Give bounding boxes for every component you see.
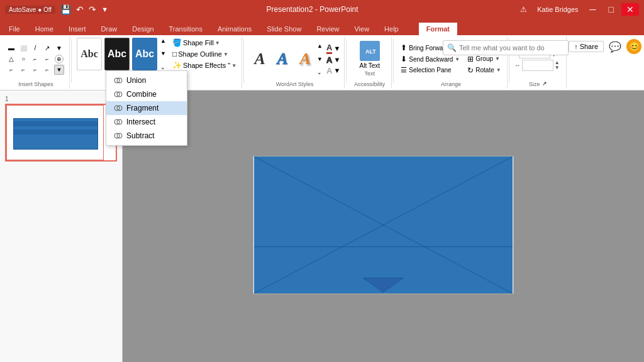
tab-insert[interactable]: Insert — [61, 23, 94, 35]
tab-review[interactable]: Review — [309, 23, 347, 35]
alt-text-sublabel: Text — [365, 70, 375, 77]
shape-icon-more[interactable]: ▼ — [54, 43, 64, 53]
sep-4 — [393, 39, 394, 83]
wordart-a-orange[interactable]: A — [294, 43, 316, 75]
outline-icon: □ — [172, 50, 177, 58]
redo-icon[interactable]: ↷ — [89, 4, 96, 14]
shape-icon-right[interactable]: ⌐ — [42, 54, 52, 64]
combine-icon — [114, 90, 123, 99]
main-canvas-area — [123, 90, 644, 362]
size-expand-icon[interactable]: ↗ — [542, 80, 547, 87]
rotate-arrow[interactable]: ▼ — [496, 67, 501, 73]
tab-transitions[interactable]: Transitions — [162, 23, 210, 35]
menu-item-subtract[interactable]: Subtract — [106, 129, 187, 143]
shape-style-plain[interactable]: Abc — [77, 38, 102, 70]
slide-thumb-1[interactable] — [5, 104, 117, 162]
width-input[interactable] — [522, 60, 553, 71]
text-fill-btn[interactable]: A ▼ — [326, 43, 340, 54]
menu-item-combine[interactable]: Combine — [106, 87, 187, 101]
selection-pane-btn[interactable]: ☰ Selection Pane — [399, 65, 462, 75]
arrange-label: Arrange — [441, 80, 461, 87]
tab-design[interactable]: Design — [125, 23, 161, 35]
tab-view[interactable]: View — [347, 23, 377, 35]
autosave-status[interactable]: AutoSave ● Off — [5, 6, 55, 14]
fill-dropdown-arrow[interactable]: ▼ — [215, 40, 220, 46]
tab-format[interactable]: Format — [419, 23, 457, 35]
text-outline-btn[interactable]: A ▼ — [326, 55, 340, 65]
tab-animations[interactable]: Animations — [210, 23, 259, 35]
merge-shapes-icon[interactable]: ⊕ — [55, 55, 64, 63]
group-arrow[interactable]: ▼ — [495, 56, 500, 62]
shape-icon-l[interactable]: ⌐ — [30, 54, 40, 64]
tab-draw[interactable]: Draw — [94, 23, 125, 35]
width-down[interactable]: ▼ — [555, 65, 562, 70]
shape-icon-s3[interactable]: ⌐ — [30, 65, 40, 75]
accessibility-label: Accessibility — [354, 80, 385, 87]
shape-icon-merge[interactable]: ⊕ — [54, 54, 64, 64]
shape-icon-line[interactable]: / — [30, 43, 40, 53]
menu-item-union[interactable]: Union — [106, 74, 187, 87]
shape-icon-rect[interactable]: ▬ — [6, 43, 16, 53]
shape-icon-triangle[interactable]: △ — [6, 54, 16, 64]
styles-scroll-up[interactable]: ▲ — [160, 38, 166, 44]
send-backward-btn[interactable]: ⬇ Send Backward ▼ — [399, 54, 462, 64]
tab-help[interactable]: Help — [377, 23, 406, 35]
close-button[interactable]: ✕ — [621, 3, 639, 16]
effects-icon: ✨ — [172, 61, 182, 70]
shape-icon-s2[interactable]: ⌐ — [18, 65, 28, 75]
share-button[interactable]: ↑ Share — [569, 41, 604, 52]
ribbon-right-area: ↑ Share 💬 😊 — [569, 39, 641, 54]
shape-effects-btn[interactable]: ✨ Shape Effects " ▼ — [171, 60, 238, 70]
wordart-expand[interactable]: ⌄ — [317, 69, 323, 75]
undo-icon[interactable]: ↶ — [76, 4, 84, 14]
slide-canvas[interactable] — [253, 156, 514, 294]
quick-access-icon[interactable]: ▼ — [101, 6, 108, 13]
comments-icon[interactable]: 💬 — [609, 41, 621, 53]
search-input[interactable] — [459, 44, 560, 52]
union-icon — [114, 76, 123, 85]
shape-options-col: 🪣 Shape Fill ▼ □ Shape Outline ▼ ✨ Shape… — [171, 38, 238, 70]
text-effects-btn[interactable]: A ▼ — [326, 66, 340, 75]
access-content: ALT Alt Text Text — [357, 38, 382, 80]
minimize-button[interactable]: ─ — [585, 3, 601, 16]
ribbon-search-bar[interactable]: 🔍 — [443, 40, 569, 55]
wordart-a-plain[interactable]: A — [249, 43, 270, 75]
save-icon[interactable]: 💾 — [60, 4, 71, 14]
effects-dropdown-arrow[interactable]: ▼ — [231, 63, 236, 69]
slide-number-label: 1 — [5, 96, 117, 102]
shape-fill-btn[interactable]: 🪣 Shape Fill ▼ — [171, 38, 238, 48]
sep-2 — [243, 39, 244, 83]
restore-button[interactable]: □ — [604, 3, 619, 16]
wordart-scroll-down[interactable]: ▼ — [317, 56, 323, 62]
styles-scroll-down[interactable]: ▼ — [160, 50, 166, 57]
shape-outline-btn[interactable]: □ Shape Outline ▼ — [171, 49, 238, 59]
shape-style-dark[interactable]: Abc — [104, 38, 130, 70]
svg-text:ALT: ALT — [365, 48, 376, 55]
width-row: ↔ ▲ ▼ — [514, 60, 562, 71]
search-icon: 🔍 — [447, 43, 457, 52]
shape-style-themed[interactable]: Abc — [132, 38, 157, 70]
shape-icon-s1[interactable]: ⌐ — [6, 65, 16, 75]
tab-slideshow[interactable]: Slide Show — [259, 23, 309, 35]
outline-dropdown-arrow[interactable]: ▼ — [223, 52, 228, 57]
user-avatar[interactable]: 😊 — [626, 39, 641, 54]
tab-home[interactable]: Home — [28, 23, 61, 35]
shape-icon-s4[interactable]: ⌐ — [42, 65, 52, 75]
styles-expand[interactable]: ⌄ — [160, 64, 166, 70]
wordart-scroll-up[interactable]: ▲ — [317, 43, 323, 49]
shape-icon-ellipse[interactable]: ○ — [18, 54, 28, 64]
shape-icon-arrow[interactable]: ↗ — [42, 43, 52, 53]
tab-file[interactable]: File — [1, 23, 28, 35]
menu-item-intersect[interactable]: Intersect — [106, 115, 187, 129]
menu-item-fragment[interactable]: Fragment — [106, 101, 187, 115]
send-backward-arrow[interactable]: ▼ — [455, 57, 460, 62]
text-fill-icon: A — [326, 43, 332, 54]
wordart-a-outline[interactable]: A — [272, 43, 293, 75]
shape-styles-arrows[interactable]: ▲ ▼ ⌄ — [160, 38, 166, 70]
shape-icon-down[interactable]: ▼ — [54, 65, 64, 75]
help-icon[interactable]: ⚠ — [516, 4, 531, 15]
alt-text-button[interactable]: ALT Alt Text Text — [357, 38, 382, 79]
slide-thumbnails: 1 — [0, 90, 123, 362]
shape-icon-rounded[interactable]: ⬜ — [18, 43, 28, 53]
rotate-btn[interactable]: ↻ Rotate ▼ — [465, 65, 502, 75]
